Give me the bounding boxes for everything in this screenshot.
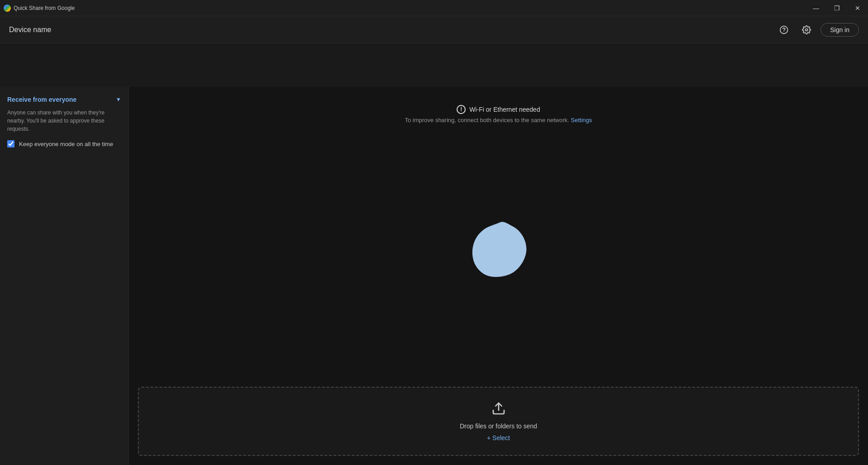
gear-icon <box>802 25 811 34</box>
warning-icon: ! <box>457 105 466 114</box>
close-button[interactable]: ✕ <box>847 0 868 16</box>
dropdown-arrow-icon[interactable]: ▼ <box>116 96 121 103</box>
restore-button[interactable]: ❐ <box>826 0 847 16</box>
receive-title[interactable]: Receive from everyone <box>7 96 76 103</box>
wifi-notice-title: ! Wi-Fi or Ethernet needed <box>457 105 540 114</box>
receive-desc: Anyone can share with you when they're n… <box>7 109 121 133</box>
blob-container <box>467 123 530 378</box>
select-button[interactable]: + Select <box>487 434 510 441</box>
help-button[interactable] <box>775 21 793 38</box>
content-area: ! Wi-Fi or Ethernet needed To improve sh… <box>129 87 868 465</box>
wifi-settings-link[interactable]: Settings <box>571 117 592 123</box>
sidebar: Receive from everyone ▼ Anyone can share… <box>0 87 129 465</box>
app-title: Quick Share from Google <box>14 5 75 11</box>
titlebar-left: Quick Share from Google <box>4 5 75 12</box>
settings-button[interactable] <box>798 21 815 38</box>
help-icon <box>779 25 788 34</box>
wifi-title-text: Wi-Fi or Ethernet needed <box>469 106 540 113</box>
app-icon <box>4 5 11 12</box>
upload-icon <box>491 401 506 418</box>
header-actions: Sign in <box>775 21 859 38</box>
keep-everyone-label: Keep everyone mode on all the time <box>19 141 113 147</box>
receive-header: Receive from everyone ▼ <box>7 96 121 103</box>
sign-in-button[interactable]: Sign in <box>821 23 859 37</box>
header-bar: Device name Sign in <box>0 16 868 43</box>
wifi-desc-text: To improve sharing, connect both devices… <box>405 117 569 123</box>
svg-point-2 <box>806 28 808 31</box>
wifi-notice: ! Wi-Fi or Ethernet needed To improve sh… <box>405 105 592 123</box>
device-blob-icon <box>467 219 530 282</box>
drop-zone[interactable]: Drop files or folders to send + Select <box>138 387 859 456</box>
wifi-desc: To improve sharing, connect both devices… <box>405 117 592 123</box>
window-controls: — ❐ ✕ <box>806 0 868 16</box>
titlebar: Quick Share from Google — ❐ ✕ <box>0 0 868 16</box>
drop-zone-text: Drop files or folders to send <box>460 422 537 430</box>
keep-everyone-row: Keep everyone mode on all the time <box>7 140 121 147</box>
body-layout: Receive from everyone ▼ Anyone can share… <box>0 43 868 465</box>
minimize-button[interactable]: — <box>806 0 826 16</box>
device-name: Device name <box>9 26 51 34</box>
keep-everyone-checkbox[interactable] <box>7 140 14 147</box>
